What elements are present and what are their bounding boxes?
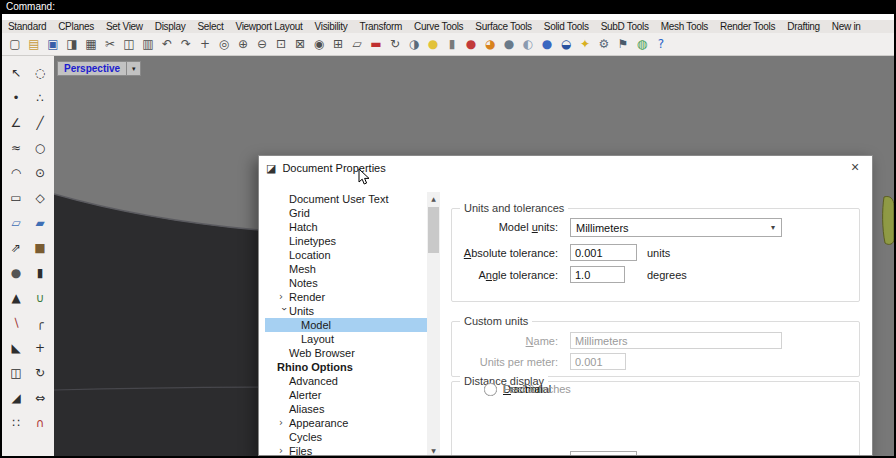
tree-expander-icon[interactable]: › [279, 292, 289, 302]
rotate-view-icon[interactable]: ↻ [386, 35, 404, 53]
rendered-sphere-icon[interactable]: ● [538, 35, 556, 53]
cylinder-icon[interactable]: ▮ [443, 35, 461, 53]
select-pointer-icon[interactable]: ↖ [4, 60, 28, 85]
tree-item[interactable]: › Layout [265, 332, 427, 346]
mirror-icon[interactable]: ⇔ [28, 385, 52, 410]
scrollbar-thumb[interactable] [428, 207, 439, 253]
arc-icon[interactable]: ◠ [4, 160, 28, 185]
rotate-tool-icon[interactable]: ↻ [28, 360, 52, 385]
point-cloud-icon[interactable]: ∴ [28, 85, 52, 110]
chamfer-icon[interactable]: ◣ [4, 335, 28, 360]
menu-item[interactable]: Select [191, 21, 229, 32]
menu-item[interactable]: Standard [2, 21, 52, 32]
copy-tool-icon[interactable]: ◫ [4, 360, 28, 385]
zoom-in-icon[interactable]: ⊕ [234, 35, 252, 53]
viewport-layout-icon[interactable]: ⊞ [329, 35, 347, 53]
point-icon[interactable]: • [4, 85, 28, 110]
scroll-up-icon[interactable]: ▲ [427, 192, 440, 205]
angle-tolerance-input[interactable] [570, 266, 625, 283]
cylinder-tool-icon[interactable]: ▮ [28, 260, 52, 285]
tree-expander-icon[interactable]: › [279, 418, 289, 428]
rectangle-icon[interactable]: ▭ [4, 185, 28, 210]
zoom-window-icon[interactable]: ⊡ [272, 35, 290, 53]
menu-item[interactable]: New in [826, 21, 867, 32]
cut-icon[interactable]: ✂ [101, 35, 119, 53]
tree-item[interactable]: › Aliases [265, 402, 427, 416]
yellow-model-object[interactable] [883, 196, 894, 244]
cplane-icon[interactable]: ▱ [348, 35, 366, 53]
radio-icon[interactable] [484, 383, 497, 396]
menu-item[interactable]: Solid Tools [538, 21, 595, 32]
save-icon[interactable]: ▣ [44, 35, 62, 53]
tree-item[interactable]: › Hatch [265, 220, 427, 234]
units-per-meter-input[interactable] [570, 353, 626, 370]
tree-item[interactable]: › Render [265, 290, 427, 304]
fillet-icon[interactable]: ╭ [28, 310, 52, 335]
open-file-icon[interactable]: ▤ [25, 35, 43, 53]
zoom-dynamic-icon[interactable]: ◎ [215, 35, 233, 53]
viewport-menu-chevron-icon[interactable]: ▾ [127, 61, 141, 76]
flag-icon[interactable]: ⚑ [614, 35, 632, 53]
lightbulb-icon[interactable]: ● [424, 35, 442, 53]
array-icon[interactable]: ∷ [4, 410, 28, 435]
tree-item[interactable]: › Linetypes [265, 234, 427, 248]
tree-item[interactable]: › Appearance [265, 416, 427, 430]
menu-item[interactable]: Visibility [309, 21, 354, 32]
redo-icon[interactable]: ↷ [177, 35, 195, 53]
menu-item[interactable]: Transform [353, 21, 408, 32]
tree-item[interactable]: › Files [265, 444, 427, 456]
pan-icon[interactable]: + [196, 35, 214, 53]
new-file-icon[interactable]: ▢ [6, 35, 24, 53]
scale-icon[interactable]: ◢ [4, 385, 28, 410]
viewport-title[interactable]: Perspective [57, 61, 127, 76]
copy-icon[interactable]: ◫ [120, 35, 138, 53]
tree-expander-icon[interactable]: › [279, 307, 289, 317]
menu-item[interactable]: SubD Tools [595, 21, 655, 32]
polygon-icon[interactable]: ◇ [28, 185, 52, 210]
scroll-down-icon[interactable]: ▼ [427, 444, 440, 456]
surface-icon[interactable]: ▱ [4, 210, 28, 235]
menu-item[interactable]: Mesh Tools [655, 21, 714, 32]
curve-icon[interactable]: ≈ [4, 135, 28, 160]
boolean-union-icon[interactable]: ∪ [28, 285, 52, 310]
tree-scrollbar[interactable]: ▲ ▼ [427, 192, 440, 456]
radio-option[interactable]: Feet & Inches [484, 382, 571, 396]
render-preview-icon[interactable]: ◕ [481, 35, 499, 53]
polyline-icon[interactable]: ∠ [4, 110, 28, 135]
tree-item[interactable]: › Cycles [265, 430, 427, 444]
zoom-extents-icon[interactable]: ⊠ [291, 35, 309, 53]
menu-item[interactable]: CPlanes [52, 21, 100, 32]
tree-item[interactable]: › Notes [265, 276, 427, 290]
menu-item[interactable]: Drafting [781, 21, 826, 32]
shade-view-icon[interactable]: ◑ [405, 35, 423, 53]
tree-item[interactable]: › Web Browser [265, 346, 427, 360]
tree-item[interactable]: › Rhino Options [265, 360, 427, 374]
model-units-dropdown[interactable]: Millimeters ▾ [570, 218, 782, 237]
tree-item[interactable]: › Grid [265, 206, 427, 220]
render-icon[interactable]: ● [462, 35, 480, 53]
raytraced-sphere-icon[interactable]: ◒ [557, 35, 575, 53]
move-icon[interactable]: + [28, 335, 52, 360]
gear-icon[interactable]: ⚙ [595, 35, 613, 53]
tree-item[interactable]: › Location [265, 248, 427, 262]
tree-item[interactable]: › Advanced [265, 374, 427, 388]
ellipse-icon[interactable]: ⊙ [28, 160, 52, 185]
zoom-out-icon[interactable]: ⊖ [253, 35, 271, 53]
car-icon[interactable]: ▬ [367, 35, 385, 53]
zoom-selected-icon[interactable]: ◉ [310, 35, 328, 53]
tree-item[interactable]: › Document User Text [265, 192, 427, 206]
boolean-difference-icon[interactable]: ∖ [4, 310, 28, 335]
close-button[interactable]: × [838, 156, 872, 178]
menu-item[interactable]: Display [149, 21, 192, 32]
cone-icon[interactable]: ▲ [4, 285, 28, 310]
menu-item[interactable]: Set View [100, 21, 149, 32]
extrude-icon[interactable]: ⇗ [4, 235, 28, 260]
tree-item[interactable]: › Alerter [265, 388, 427, 402]
menu-item[interactable]: Viewport Layout [229, 21, 308, 32]
shaded-sphere-icon[interactable]: ● [500, 35, 518, 53]
line-icon[interactable]: ╱ [28, 110, 52, 135]
snap-magnet-icon[interactable]: ∩ [28, 410, 52, 435]
viewport-title-tab[interactable]: Perspective ▾ [57, 61, 141, 76]
display-precision-input[interactable] [570, 451, 637, 456]
sphere-icon[interactable]: ● [4, 260, 28, 285]
